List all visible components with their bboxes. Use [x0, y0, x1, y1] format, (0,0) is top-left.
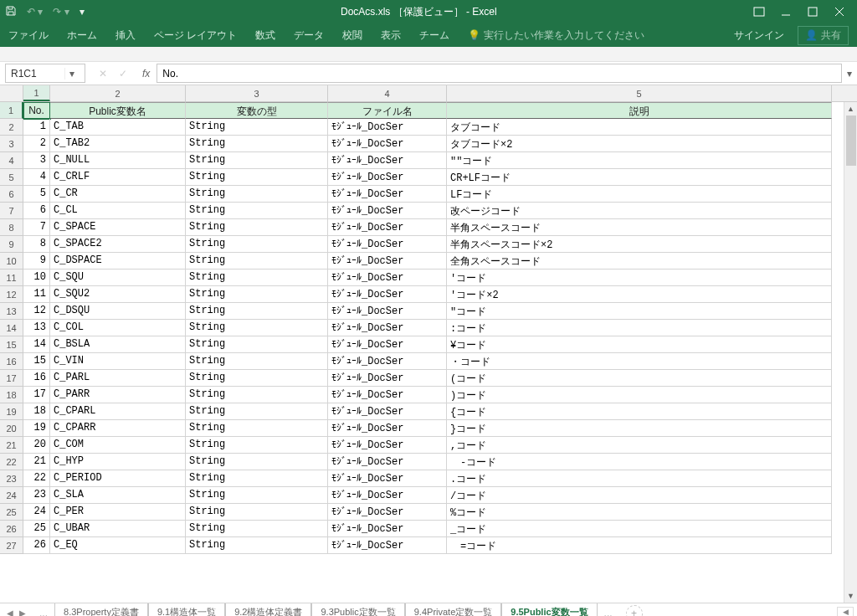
cell[interactable]: C_COM — [50, 437, 186, 454]
cell[interactable]: 20 — [23, 437, 50, 454]
row-header[interactable]: 19 — [0, 403, 23, 420]
cell[interactable]: ﾓｼﾞｭｰﾙ_DocSer — [328, 487, 447, 504]
redo-icon[interactable]: ↷ ▾ — [53, 6, 69, 18]
cell[interactable]: ﾓｼﾞｭｰﾙ_DocSer — [328, 270, 447, 286]
row-header[interactable]: 11 — [0, 270, 23, 286]
cell[interactable]: 15 — [23, 353, 50, 370]
cell[interactable]: ﾓｼﾞｭｰﾙ_DocSer — [328, 253, 447, 270]
tab-insert[interactable]: 挿入 — [115, 28, 136, 43]
cell[interactable]: ﾓｼﾞｭｰﾙ_DocSer — [328, 286, 447, 303]
vertical-scrollbar[interactable]: ▲ ▼ — [844, 102, 857, 603]
row-header[interactable]: 22 — [0, 454, 23, 470]
sheet-tab[interactable]: 8.3Property定義書 — [54, 603, 148, 616]
cell[interactable]: 3 — [23, 152, 50, 169]
cell[interactable]: ﾓｼﾞｭｰﾙ_DocSer — [328, 203, 447, 219]
select-all-corner[interactable] — [0, 85, 23, 101]
cell[interactable]: 6 — [23, 203, 50, 219]
cell[interactable]: )コード — [447, 387, 832, 403]
cell[interactable]: 全角スペースコード — [447, 253, 832, 270]
cell[interactable]: 13 — [23, 320, 50, 336]
row-header[interactable]: 24 — [0, 487, 23, 504]
ribbon-display-options-icon[interactable] — [753, 6, 765, 18]
cell[interactable]: ﾓｼﾞｭｰﾙ_DocSer — [328, 136, 447, 152]
cell[interactable]: String — [186, 152, 328, 169]
cell[interactable]: /コード — [447, 487, 832, 504]
cell[interactable]: C_CPARR — [50, 420, 186, 437]
scrollbar-thumb[interactable] — [846, 116, 856, 166]
tab-data[interactable]: データ — [294, 28, 324, 43]
cell[interactable]: .コード — [447, 470, 832, 487]
cell[interactable]: C_PARR — [50, 387, 186, 403]
cell[interactable]: ﾓｼﾞｭｰﾙ_DocSer — [328, 470, 447, 487]
cell[interactable]: ﾓｼﾞｭｰﾙ_DocSer — [328, 521, 447, 537]
cell[interactable]: String — [186, 203, 328, 219]
row-header[interactable]: 1 — [0, 102, 23, 119]
sheet-tab[interactable]: 9.3Public定数一覧 — [311, 603, 404, 616]
cell[interactable]: :コード — [447, 320, 832, 336]
cell[interactable]: ﾓｼﾞｭｰﾙ_DocSer — [328, 320, 447, 336]
cell[interactable]: ﾓｼﾞｭｰﾙ_DocSer — [328, 454, 447, 470]
close-icon[interactable] — [834, 6, 845, 18]
cell[interactable]: ﾓｼﾞｭｰﾙ_DocSer — [328, 437, 447, 454]
cell[interactable]: 22 — [23, 470, 50, 487]
sheet-tab[interactable]: 9.1構造体一覧 — [148, 603, 225, 616]
column-header[interactable]: 1 — [23, 85, 50, 101]
cell[interactable]: C_CL — [50, 203, 186, 219]
sheet-nav-buttons[interactable]: ◀ ▶ — [0, 608, 33, 616]
cell[interactable]: ﾓｼﾞｭｰﾙ_DocSer — [328, 169, 447, 186]
cell[interactable]: 4 — [23, 169, 50, 186]
row-header[interactable]: 10 — [0, 253, 23, 270]
row-header[interactable]: 3 — [0, 136, 23, 152]
formula-expand-icon[interactable]: ▾ — [842, 68, 857, 80]
cell[interactable]: C_SLA — [50, 487, 186, 504]
sheet-nav-prev-icon[interactable]: ◀ — [5, 608, 15, 616]
cell[interactable]: String — [186, 119, 328, 136]
cell[interactable]: C_CR — [50, 186, 186, 203]
cell[interactable]: C_CPARL — [50, 403, 186, 420]
row-header[interactable]: 2 — [0, 119, 23, 136]
cell[interactable]: タブコード×2 — [447, 136, 832, 152]
cell[interactable]: String — [186, 504, 328, 521]
cell[interactable]: ﾓｼﾞｭｰﾙ_DocSer — [328, 219, 447, 236]
cell[interactable]: C_SQU2 — [50, 286, 186, 303]
cell[interactable]: ﾓｼﾞｭｰﾙ_DocSer — [328, 336, 447, 353]
sheet-tab[interactable]: 9.2構造体定義書 — [225, 603, 311, 616]
cell[interactable]: String — [186, 270, 328, 286]
cell[interactable]: (コード — [447, 370, 832, 387]
cell[interactable]: 2 — [23, 136, 50, 152]
tab-review[interactable]: 校閲 — [342, 28, 362, 43]
cell[interactable]: ・コード — [447, 353, 832, 370]
row-header[interactable]: 17 — [0, 370, 23, 387]
cell[interactable]: "コード — [447, 303, 832, 320]
cell[interactable]: C_PER — [50, 504, 186, 521]
tab-formulas[interactable]: 数式 — [255, 28, 275, 43]
cell[interactable]: 'コード — [447, 270, 832, 286]
cell[interactable]: LFコード — [447, 186, 832, 203]
cell[interactable]: ﾓｼﾞｭｰﾙ_DocSer — [328, 236, 447, 253]
cell[interactable]: String — [186, 420, 328, 437]
cell[interactable]: String — [186, 454, 328, 470]
sheet-nav-next-icon[interactable]: ▶ — [18, 608, 28, 616]
cell[interactable]: =コード — [447, 537, 832, 554]
cell[interactable]: C_CRLF — [50, 169, 186, 186]
cell[interactable]: 半角スペースコード — [447, 219, 832, 236]
table-header-cell[interactable]: Public変数名 — [50, 102, 186, 119]
column-header[interactable]: 3 — [186, 85, 328, 101]
scroll-down-icon[interactable]: ▼ — [844, 589, 857, 603]
cell[interactable]: タブコード — [447, 119, 832, 136]
name-box[interactable]: ▾ — [5, 64, 85, 83]
column-header[interactable]: 2 — [50, 85, 186, 101]
cell[interactable]: C_BSLA — [50, 336, 186, 353]
cell[interactable]: 12 — [23, 303, 50, 320]
cell[interactable]: C_NULL — [50, 152, 186, 169]
row-header[interactable]: 23 — [0, 470, 23, 487]
cell[interactable]: String — [186, 521, 328, 537]
cell[interactable]: String — [186, 186, 328, 203]
cancel-formula-icon[interactable]: ✕ — [99, 68, 107, 80]
row-header[interactable]: 16 — [0, 353, 23, 370]
formula-input[interactable] — [162, 68, 836, 80]
cell[interactable]: String — [186, 487, 328, 504]
cell[interactable]: ﾓｼﾞｭｰﾙ_DocSer — [328, 353, 447, 370]
cell[interactable]: ¥コード — [447, 336, 832, 353]
cell[interactable]: {コード — [447, 403, 832, 420]
